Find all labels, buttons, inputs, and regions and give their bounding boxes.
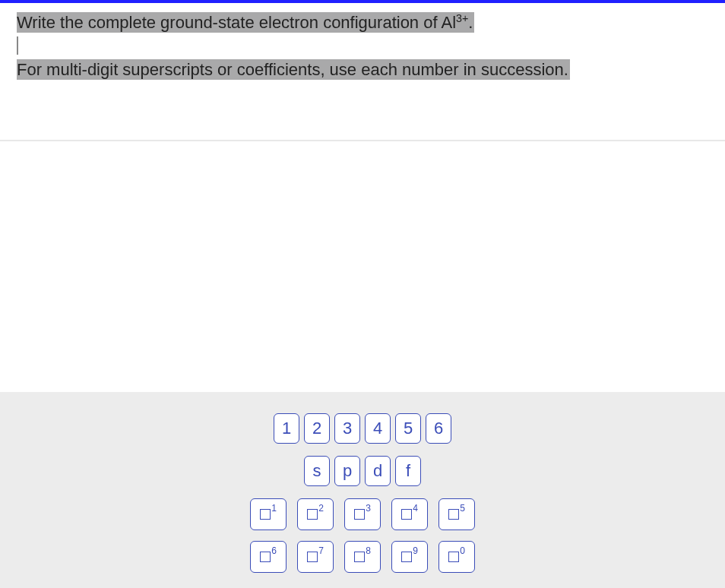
box-icon [401,509,412,520]
key-sup-5[interactable]: 5 [438,498,475,530]
key-sup-2[interactable]: 2 [297,498,334,530]
key-sup-4[interactable]: 4 [391,498,428,530]
sup-label: 3 [366,503,371,514]
answer-input[interactable] [17,36,18,55]
box-icon [307,552,318,562]
key-sup-0[interactable]: 0 [438,541,475,573]
question-superscript: 3+ [456,12,468,24]
box-icon [448,552,459,562]
key-d[interactable]: d [365,456,391,486]
key-s[interactable]: s [304,456,330,486]
key-p[interactable]: p [334,456,360,486]
key-1[interactable]: 1 [274,413,299,444]
question-line-2: For multi-digit superscripts or coeffici… [17,59,570,80]
key-sup-1[interactable]: 1 [250,498,287,530]
box-icon [307,509,318,520]
keypad-row-superscript-2: 6 7 8 9 0 [0,541,725,573]
sup-label: 6 [271,545,277,556]
box-icon [354,552,365,562]
sup-label: 0 [460,545,465,556]
keypad-area: 1 2 3 4 5 6 s p d f 1 2 3 4 5 6 7 8 9 0 [0,392,725,588]
box-icon [448,509,459,520]
keypad-row-superscript-1: 1 2 3 4 5 [0,498,725,530]
key-sup-7[interactable]: 7 [297,541,334,573]
key-4[interactable]: 4 [365,413,391,444]
question-area: Write the complete ground-state electron… [0,3,725,94]
keypad-row-orbitals: s p d f [0,456,725,486]
key-2[interactable]: 2 [304,413,330,444]
box-icon [260,509,271,520]
question-text-suffix: . [468,13,473,32]
box-icon [401,552,412,562]
workspace-area[interactable] [0,141,725,392]
sup-label: 2 [318,503,324,514]
key-sup-6[interactable]: 6 [250,541,287,573]
key-6[interactable]: 6 [426,413,451,444]
sup-label: 4 [413,503,418,514]
sup-label: 5 [460,503,465,514]
key-sup-3[interactable]: 3 [344,498,381,530]
key-3[interactable]: 3 [334,413,360,444]
sup-label: 9 [413,545,418,556]
key-sup-8[interactable]: 8 [344,541,381,573]
key-5[interactable]: 5 [395,413,421,444]
question-line-1: Write the complete ground-state electron… [17,12,474,33]
sup-label: 7 [318,545,324,556]
question-text-prefix: Write the complete ground-state electron… [17,13,456,32]
box-icon [260,552,271,562]
sup-label: 1 [271,503,277,514]
sup-label: 8 [366,545,371,556]
box-icon [354,509,365,520]
key-sup-9[interactable]: 9 [391,541,428,573]
key-f[interactable]: f [395,456,421,486]
keypad-row-numbers: 1 2 3 4 5 6 [0,413,725,444]
